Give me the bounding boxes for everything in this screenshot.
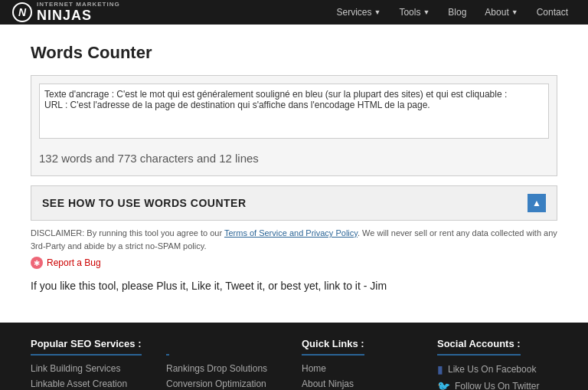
footer-col-seo: Popular SEO Services : Link Building Ser… xyxy=(23,338,158,390)
twitter-link[interactable]: 🐦 Follow Us On Twitter xyxy=(437,380,557,390)
words-counter-tool: 132 words and 773 characters and 12 line… xyxy=(31,75,557,176)
site-logo[interactable]: N INTERNET MARKETING NINJAS xyxy=(12,2,120,24)
disclaimer: DISCLAIMER: By running this tool you agr… xyxy=(31,227,557,252)
chevron-down-icon: ▼ xyxy=(423,8,430,16)
nav-item-blog[interactable]: Blog xyxy=(440,0,474,25)
footer-link-1-1[interactable]: Linkable Asset Creation xyxy=(31,379,151,389)
logo-name: NINJAS xyxy=(37,8,120,24)
bug-icon: ✱ xyxy=(31,257,43,269)
textarea-wrapper xyxy=(39,84,549,141)
nav-item-about[interactable]: About ▼ xyxy=(477,0,525,25)
footer-col-seo-title: Popular SEO Services : xyxy=(31,338,142,356)
footer-col-seo2-title xyxy=(166,338,169,356)
nav-item-contact[interactable]: Contact xyxy=(529,0,576,25)
chevron-down-icon: ▼ xyxy=(511,8,518,16)
facebook-icon: ▮ xyxy=(437,363,443,375)
twitter-icon: 🐦 xyxy=(437,380,450,390)
facebook-link[interactable]: ▮ Like Us On Facebook xyxy=(437,363,557,375)
report-bug-button[interactable]: ✱ Report a Bug xyxy=(31,257,557,269)
footer-link-1-0[interactable]: Link Building Services xyxy=(31,363,151,374)
word-count-display: 132 words and 773 characters and 12 line… xyxy=(39,147,549,168)
footer-col-quicklinks: Quick Links : Home About Ninjas Ninja Le… xyxy=(294,338,430,390)
chevron-down-icon: ▼ xyxy=(374,8,381,16)
logo-text: INTERNET MARKETING NINJAS xyxy=(37,2,120,24)
footer-col-social-title: Social Accounts : xyxy=(437,338,521,356)
how-to-bar[interactable]: SEE HOW TO USE WORDS COUNTER ▲ xyxy=(31,185,557,221)
footer: Popular SEO Services : Link Building Ser… xyxy=(0,323,588,390)
terms-link[interactable]: Terms of Service and Privacy Policy xyxy=(224,228,358,238)
footer-link-2-1[interactable]: Conversion Optimization xyxy=(166,379,286,389)
footer-col-quicklinks-title: Quick Links : xyxy=(302,338,364,356)
main-content: Words Counter 132 words and 773 characte… xyxy=(0,25,588,323)
nav-links: Services ▼ Tools ▼ Blog About ▼ Contact xyxy=(328,0,576,25)
how-to-label: SEE HOW TO USE WORDS COUNTER xyxy=(42,197,247,209)
nav-item-services[interactable]: Services ▼ xyxy=(328,0,388,25)
footer-col-seo2: Rankings Drop Solutions Conversion Optim… xyxy=(158,338,294,390)
disclaimer-text: DISCLAIMER: By running this tool you agr… xyxy=(31,228,224,238)
how-to-expand-icon[interactable]: ▲ xyxy=(528,194,546,212)
footer-col-social: Social Accounts : ▮ Like Us On Facebook … xyxy=(430,338,565,390)
footer-inner: Popular SEO Services : Link Building Ser… xyxy=(0,338,588,390)
nav-item-tools[interactable]: Tools ▼ xyxy=(391,0,437,25)
report-bug-label: Report a Bug xyxy=(47,257,101,268)
facebook-label: Like Us On Facebook xyxy=(448,364,536,375)
plus-it-text: If you like this tool, please Plus it, L… xyxy=(31,280,557,292)
page-title: Words Counter xyxy=(31,43,557,63)
logo-circle: N xyxy=(12,2,32,22)
words-input[interactable] xyxy=(39,84,549,139)
footer-link-2-0[interactable]: Rankings Drop Solutions xyxy=(166,363,286,374)
twitter-label: Follow Us On Twitter xyxy=(455,381,539,390)
navbar: N INTERNET MARKETING NINJAS Services ▼ T… xyxy=(0,0,588,25)
footer-link-3-0[interactable]: Home xyxy=(302,363,422,374)
footer-link-3-1[interactable]: About Ninjas xyxy=(302,379,422,389)
